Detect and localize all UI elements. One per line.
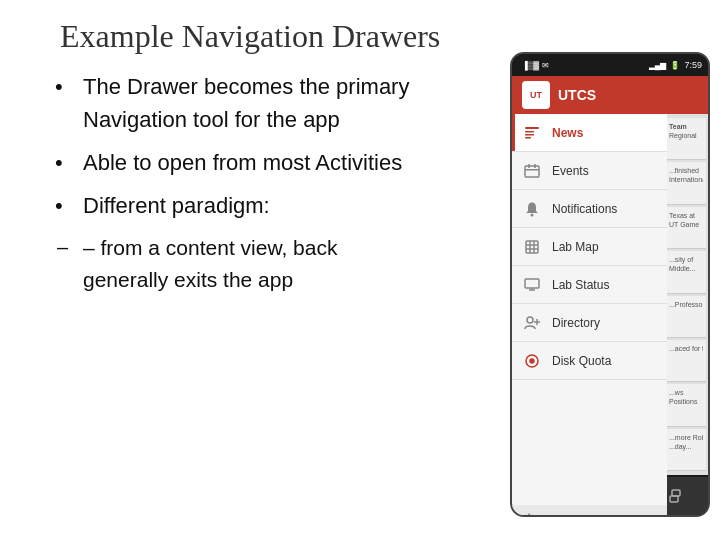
signal-icon: ▂▄▆ [649,61,667,70]
bell-icon [522,199,542,219]
news-icon [522,123,542,143]
svg-rect-1 [525,131,534,133]
app-header: UT UTCS [512,76,708,114]
drawer-settings[interactable]: SETTINGS [512,505,667,517]
svg-rect-26 [670,496,678,502]
peek-item-3: Texas at UT Game [666,207,706,249]
svg-point-17 [527,317,533,323]
svg-rect-25 [672,490,680,496]
drawer-item-directory[interactable]: Directory [512,304,667,342]
svg-point-8 [531,213,534,216]
email-icon: ✉ [542,61,549,70]
content-peek: Team Regional ...finished Internationa..… [664,114,708,475]
svg-rect-3 [525,137,531,139]
bullet-1: The Drawer becomes the primary Navigatio… [55,70,425,136]
labstatus-label: Lab Status [552,278,609,292]
battery-icon: 🔋 [670,61,680,70]
bullet-list: The Drawer becomes the primary Navigatio… [55,70,425,295]
svg-rect-0 [525,127,539,129]
status-time: 7:59 [684,60,702,70]
svg-rect-2 [525,134,534,136]
settings-icon [522,513,536,517]
drawer-item-news[interactable]: News [512,114,667,152]
events-label: Events [552,164,589,178]
svg-rect-6 [534,164,536,168]
diskquota-label: Disk Quota [552,354,611,368]
svg-rect-7 [525,169,539,171]
bullet-3: Different paradigm: [55,189,425,222]
settings-label: SETTINGS [544,515,598,518]
peek-item-1: Team Regional [666,118,706,160]
map-icon [522,237,542,257]
app-logo: UT [522,81,550,109]
svg-rect-14 [525,279,539,288]
phone-mockup: ▐▒▓ ✉ ▂▄▆ 🔋 7:59 UT UTCS News [510,52,710,517]
directory-label: Directory [552,316,600,330]
sub-bullet: – from a content view, back generally ex… [55,232,425,295]
svg-rect-5 [528,164,530,168]
svg-rect-4 [525,166,539,177]
monitor-icon [522,275,542,295]
drawer-item-labmap[interactable]: Lab Map [512,228,667,266]
peek-item-5: ...Professor [666,296,706,338]
peek-item-8: ...more Rohr; ...day... [666,429,706,471]
status-bar: ▐▒▓ ✉ ▂▄▆ 🔋 7:59 [512,54,708,76]
navigation-drawer[interactable]: News Events Notifications [512,114,667,517]
drawer-item-labstatus[interactable]: Lab Status [512,266,667,304]
left-content: The Drawer becomes the primary Navigatio… [55,70,425,305]
peek-item-2: ...finished Internationa... [666,162,706,204]
app-name-label: UTCS [558,87,596,103]
disk-icon [522,351,542,371]
svg-rect-9 [526,241,538,253]
svg-point-21 [530,359,534,363]
peek-item-4: ...sity of Middle... [666,251,706,293]
peek-item-6: ...aced for th... [666,340,706,382]
wifi-icon: ▐▒▓ [522,61,539,70]
drawer-item-events[interactable]: Events [512,152,667,190]
directory-icon [522,313,542,333]
bullet-2: Able to open from most Activities [55,146,425,179]
news-label: News [552,126,583,140]
peek-item-7: ...ws Positions [666,384,706,426]
events-icon [522,161,542,181]
drawer-item-diskquota[interactable]: Disk Quota [512,342,667,380]
labmap-label: Lab Map [552,240,599,254]
drawer-item-notifications[interactable]: Notifications [512,190,667,228]
notifications-label: Notifications [552,202,617,216]
